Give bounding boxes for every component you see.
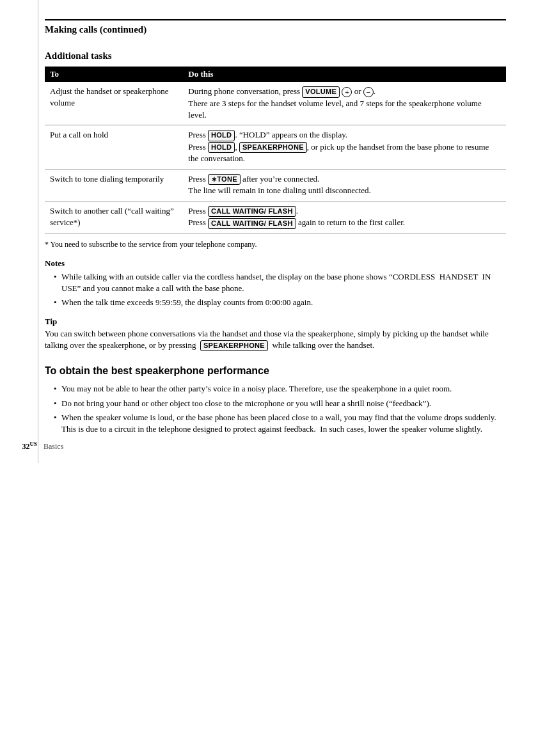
- table-header-to: To: [45, 67, 183, 82]
- page: Making calls (continued) Additional task…: [0, 0, 538, 463]
- list-item: While talking with an outside caller via…: [54, 271, 506, 294]
- row-do-this: During phone conversation, press VOLUME …: [183, 82, 506, 125]
- footnote: * You need to subscribe to the service f…: [45, 240, 506, 249]
- list-item: Do not bring your hand or other object t…: [54, 398, 506, 409]
- row-to: Switch to tone dialing temporarily: [45, 169, 183, 201]
- row-to: Adjust the handset or speakerphone volum…: [45, 82, 183, 125]
- best-speakerphone-title: To obtain the best speakerphone performa…: [45, 365, 506, 377]
- row-to: Put a call on hold: [45, 125, 183, 169]
- best-speakerphone-list: You may not be able to hear the other pa…: [45, 383, 506, 435]
- tip-text: You can switch between phone conversatio…: [45, 328, 506, 352]
- speakerphone-key: SPEAKERPHONE: [239, 142, 307, 153]
- notes-title: Notes: [45, 258, 506, 269]
- notes-list: While talking with an outside caller via…: [45, 271, 506, 309]
- page-number-area: 32US: [0, 441, 37, 452]
- row-do-this: Press HOLD. “HOLD” appears on the displa…: [183, 125, 506, 169]
- minus-key: −: [363, 87, 374, 97]
- volume-key: VOLUME: [302, 86, 340, 97]
- page-superscript: US: [29, 441, 37, 447]
- list-item: When the talk time exceeds 9:59:59, the …: [54, 297, 506, 308]
- list-item: You may not be able to hear the other pa…: [54, 383, 506, 395]
- row-do-this: Press ∗TONE after you’re connected. The …: [183, 169, 506, 201]
- additional-tasks-table: To Do this Adjust the handset or speaker…: [45, 67, 506, 233]
- tip-section: Tip You can switch between phone convers…: [45, 317, 506, 352]
- list-item: When the speaker volume is loud, or the …: [54, 412, 506, 435]
- hold-key-2: HOLD: [208, 142, 235, 153]
- call-waiting-key-2: CALL WAITING/ FLASH: [208, 218, 296, 229]
- row-do-this: Press CALL WAITING/ FLASH. Press CALL WA…: [183, 201, 506, 233]
- tip-title: Tip: [45, 317, 506, 327]
- page-header: Making calls (continued): [45, 19, 506, 35]
- speakerphone-key-tip: SPEAKERPHONE: [200, 340, 268, 351]
- page-number: 32: [22, 442, 29, 451]
- table-header-do-this: Do this: [183, 67, 506, 82]
- table-row: Adjust the handset or speakerphone volum…: [45, 82, 506, 125]
- plus-key: +: [342, 87, 352, 97]
- call-waiting-key: CALL WAITING/ FLASH: [208, 206, 296, 217]
- hold-key: HOLD: [208, 130, 235, 141]
- section-label: Basics: [44, 442, 63, 452]
- notes-section: Notes While talking with an outside call…: [45, 258, 506, 309]
- page-title: Making calls (continued): [45, 24, 146, 35]
- tone-key: ∗TONE: [208, 174, 241, 185]
- additional-tasks-title: Additional tasks: [45, 51, 506, 61]
- table-row: Put a call on hold Press HOLD. “HOLD” ap…: [45, 125, 506, 169]
- table-row: Switch to tone dialing temporarily Press…: [45, 169, 506, 201]
- sidebar-border: [0, 0, 38, 463]
- row-to: Switch to another call (“call waiting” s…: [45, 201, 183, 233]
- table-row: Switch to another call (“call waiting” s…: [45, 201, 506, 233]
